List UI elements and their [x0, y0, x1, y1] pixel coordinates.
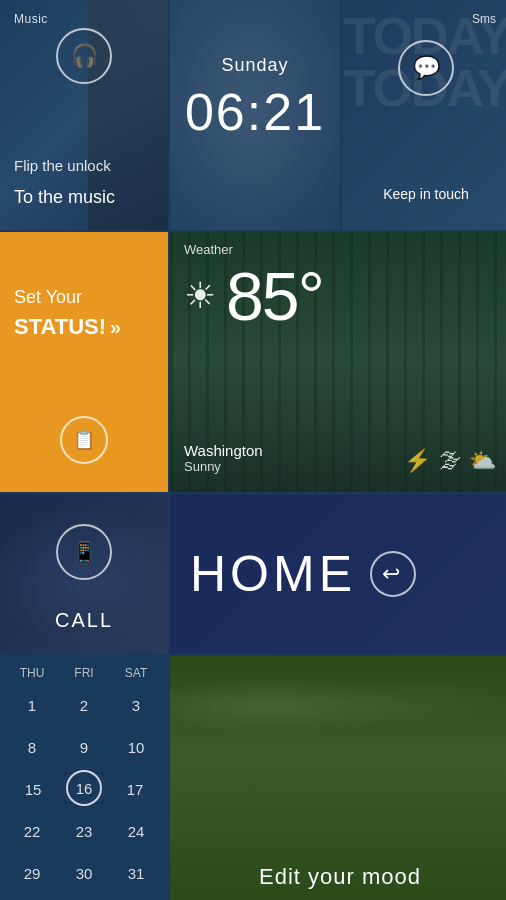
status-word: STATUS!	[14, 314, 106, 340]
set-text: Set Your	[14, 287, 82, 308]
cal-cell: 22	[11, 812, 53, 850]
home-text-row: HOME ↩	[190, 545, 490, 603]
sun-icon: ☀	[184, 275, 216, 317]
cal-row-1: 1 2 3	[6, 686, 162, 724]
arrows-icon: »	[110, 316, 121, 339]
cal-cell-today: 16	[66, 770, 102, 806]
location-name: Washington	[184, 442, 263, 459]
phone-icon: 📱	[72, 540, 97, 564]
cal-row-5: 29 30 31	[6, 854, 162, 892]
cal-cell: 23	[63, 812, 105, 850]
tile-weather[interactable]: Weather ☀ 85° Washington Sunny ⚡ 🌫 ⛅	[170, 232, 506, 492]
music-label: Music	[14, 12, 48, 26]
tile-call[interactable]: 📱 CALL	[0, 494, 168, 654]
tile-clock[interactable]: Sunday 06:21	[170, 0, 340, 230]
cal-cell: 2	[63, 686, 105, 724]
location-row: Washington Sunny	[184, 442, 263, 474]
fog-icon: 🌫	[439, 448, 461, 474]
main-grid: Music 🎧 Flip the unlock To the music Sun…	[0, 0, 506, 900]
home-icon-circle: ↩	[370, 551, 416, 597]
tile-sms[interactable]: TODAYTODAY Sms 💬 Keep in touch	[342, 0, 506, 230]
chat-icon: 💬	[413, 55, 440, 81]
cal-row-2: 8 9 10	[6, 728, 162, 766]
day-label: Sunday	[170, 55, 340, 76]
cal-cell: 10	[115, 728, 157, 766]
cal-row-4: 22 23 24	[6, 812, 162, 850]
cal-cell: 29	[11, 854, 53, 892]
cal-header: THU FRI SAT	[6, 666, 162, 680]
cal-row-3: 15 16 17	[6, 770, 162, 808]
cal-cell: 1	[11, 686, 53, 724]
cal-cell: 15	[12, 770, 54, 808]
temp-row: ☀ 85°	[184, 262, 496, 330]
cal-cell: 30	[63, 854, 105, 892]
call-icon-circle: 📱	[56, 524, 112, 580]
status-text: STATUS! »	[14, 314, 121, 340]
headphone-icon: 🎧	[71, 43, 98, 69]
weather-label: Weather	[184, 242, 233, 257]
thunder-icon: ⚡	[404, 448, 431, 474]
col-thu: THU	[11, 666, 53, 680]
tile-mood[interactable]: Edit your mood	[170, 656, 506, 900]
tile-music[interactable]: Music 🎧 Flip the unlock To the music	[0, 0, 168, 230]
tile-status[interactable]: Set Your STATUS! » 📋	[0, 232, 168, 492]
call-text: CALL	[0, 609, 168, 632]
cal-cell: 8	[11, 728, 53, 766]
weather-icons-row: ⚡ 🌫 ⛅	[404, 448, 496, 474]
col-fri: FRI	[63, 666, 105, 680]
home-label: HOME	[190, 545, 356, 603]
col-sat: SAT	[115, 666, 157, 680]
mood-text: Edit your mood	[170, 864, 506, 890]
weather-condition: Sunny	[184, 459, 263, 474]
keep-in-touch-text: Keep in touch	[342, 186, 506, 202]
cal-cell: 24	[115, 812, 157, 850]
temp-value: 85°	[226, 262, 323, 330]
to-music-text: To the music	[14, 187, 115, 208]
clipboard-icon: 📋	[73, 429, 95, 451]
time-label: 06:21	[170, 82, 340, 142]
status-icon: 📋	[60, 416, 108, 464]
sms-label: Sms	[472, 12, 496, 26]
cloud-icon: ⛅	[469, 448, 496, 474]
return-icon: ↩	[382, 561, 404, 587]
cal-cell: 3	[115, 686, 157, 724]
cal-cell: 9	[63, 728, 105, 766]
flip-text: Flip the unlock	[14, 156, 111, 176]
music-icon: 🎧	[56, 28, 112, 84]
nature-bg	[170, 656, 506, 756]
cal-cell: 31	[115, 854, 157, 892]
tile-home[interactable]: HOME ↩	[170, 494, 506, 654]
sms-icon: 💬	[398, 40, 454, 96]
cal-cell: 17	[114, 770, 156, 808]
tile-calendar[interactable]: THU FRI SAT 1 2 3 8 9 10 15 16 17 22 23 …	[0, 656, 168, 900]
